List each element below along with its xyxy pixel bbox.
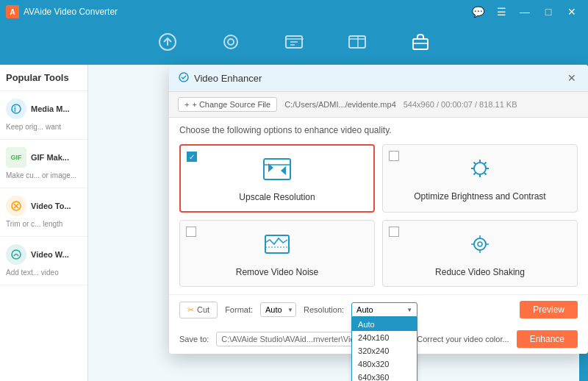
svg-rect-4 (349, 36, 365, 48)
option-brightness[interactable]: Optimize Brightness and Contrast (382, 144, 578, 213)
brightness-icon (465, 157, 495, 185)
add-source-icon: + (184, 100, 189, 109)
sidebar-item-header-media: i Media M... (6, 99, 82, 119)
sidebar-title: Popular Tools (0, 65, 87, 91)
upscale-label: Upscale Resolution (239, 192, 315, 202)
svg-line-22 (484, 173, 487, 175)
dropdown-item-4[interactable]: 640x360 (352, 371, 417, 381)
preview-button[interactable]: Preview (520, 301, 578, 318)
dropdown-item-1[interactable]: 240x160 (352, 331, 417, 344)
nav-toolbox[interactable] (411, 32, 430, 56)
chat-button[interactable]: 💬 (467, 1, 488, 22)
trim-label: Video To... (31, 202, 71, 210)
nav-gif[interactable] (284, 32, 304, 56)
app-title: AVAide Video Converter (24, 7, 118, 17)
brightness-checkbox[interactable] (389, 151, 399, 161)
watermark-label: Video W... (31, 250, 69, 259)
sidebar-item-header-trim: Video To... (6, 196, 82, 216)
nav-compressor[interactable] (221, 32, 240, 56)
source-bar: + + Change Source File C:/Users/ADMI.../… (169, 92, 588, 118)
svg-rect-14 (264, 159, 290, 179)
enhance-button[interactable]: Enhance (517, 330, 578, 348)
resolution-list[interactable]: Auto240x160320x240480x320640x360640x4807… (351, 317, 417, 381)
title-bar-controls: 💬 ☰ — □ ✕ (467, 1, 582, 22)
close-button[interactable]: ✕ (562, 1, 582, 22)
svg-point-28 (478, 242, 482, 246)
content-area: Popular Tools i Media M... Keep orig... … (0, 65, 588, 381)
sidebar-item-watermark[interactable]: Video W... Add text... video (0, 237, 87, 285)
nav-dvd[interactable] (348, 32, 367, 56)
shaking-label: Reduce Video Shaking (435, 267, 525, 277)
sidebar-item-videotrim[interactable]: Video To... Trim or c... length (0, 188, 87, 237)
option-shaking[interactable]: Reduce Video Shaking (382, 220, 578, 287)
brightness-label: Optimize Brightness and Contrast (414, 191, 545, 202)
svg-text:i: i (14, 105, 16, 113)
converter-icon (158, 32, 177, 56)
source-file-name: C:/Users/ADMI.../evidente.mp4 (284, 100, 396, 109)
noise-label: Remove Video Noise (236, 267, 319, 277)
modal-close-button[interactable]: ✕ (564, 71, 579, 85)
title-bar: A AVAide Video Converter 💬 ☰ — □ ✕ (0, 0, 588, 24)
video-enhancer-modal: Video Enhancer ✕ + + Change Source File … (169, 65, 588, 354)
modal-title: Video Enhancer (194, 73, 262, 84)
media-desc: Keep orig... want (6, 122, 82, 132)
cut-button[interactable]: ✂ Cut (179, 302, 218, 318)
gif-label: GIF Mak... (31, 153, 69, 162)
add-source-label: + Change Source File (192, 100, 270, 109)
upscale-checkbox[interactable]: ✓ (187, 152, 197, 162)
svg-rect-25 (265, 235, 289, 253)
sidebar-item-header-watermark: Video W... (6, 244, 82, 265)
color-correct-text: Correct your video color... (417, 335, 509, 343)
media-label: Media M... (31, 104, 70, 113)
add-source-button[interactable]: + + Change Source File (178, 97, 277, 112)
minimize-button[interactable]: — (514, 1, 535, 22)
gif-desc: Make cu... or image... (6, 171, 82, 180)
resolution-value: Auto (356, 305, 373, 314)
nav-bar (0, 24, 588, 65)
menu-button[interactable]: ☰ (491, 1, 512, 22)
sidebar-item-media[interactable]: i Media M... Keep orig... want (0, 91, 87, 140)
watermark-icon (6, 244, 26, 265)
gif-icon (284, 32, 304, 56)
svg-rect-7 (413, 39, 428, 49)
svg-point-27 (474, 238, 486, 250)
noise-checkbox[interactable] (186, 227, 196, 237)
save-label: Save to: (179, 335, 209, 343)
sidebar-item-gif[interactable]: GIF GIF Mak... Make cu... or image... (0, 140, 87, 188)
main-content: Video Enhancer ✕ + + Change Source File … (88, 65, 579, 381)
format-select[interactable]: Auto (260, 302, 296, 317)
svg-point-16 (474, 163, 486, 174)
svg-line-21 (474, 163, 476, 165)
resolution-dropdown-arrow: ▼ (406, 307, 412, 313)
shaking-icon (465, 232, 495, 261)
dropdown-item-2[interactable]: 320x240 (352, 344, 417, 357)
source-file-size: 544x960 / 00:00:07 / 818.11 KB (404, 100, 517, 109)
resolution-dropdown: Auto ▼ Auto240x160320x240480x320640x3606… (351, 302, 417, 317)
enhance-description: Choose the following options to enhance … (169, 118, 588, 140)
options-grid: ✓ Upscale Resolution (169, 140, 588, 294)
trim-desc: Trim or c... length (6, 219, 82, 229)
cut-label: Cut (197, 305, 209, 314)
nav-converter[interactable] (158, 32, 177, 56)
enhancer-icon (178, 71, 190, 85)
dropdown-item-3[interactable]: 480x320 (352, 357, 417, 371)
trim-icon (6, 196, 26, 216)
sidebar-item-header-gif: GIF GIF Mak... (6, 147, 82, 168)
compressor-icon (221, 32, 240, 56)
title-bar-left: A AVAide Video Converter (6, 5, 118, 18)
cut-icon: ✂ (187, 305, 194, 315)
svg-point-2 (228, 39, 234, 45)
resolution-label: Resolution: (304, 305, 344, 314)
svg-line-24 (474, 173, 476, 175)
shaking-checkbox[interactable] (389, 227, 399, 237)
watermark-desc: Add text... video (6, 268, 82, 277)
app-logo: A (6, 5, 19, 18)
format-select-wrapper: Auto (260, 302, 296, 317)
dropdown-item-0[interactable]: Auto (352, 318, 417, 331)
option-noise[interactable]: Remove Video Noise (179, 220, 375, 287)
restore-button[interactable]: □ (538, 1, 559, 22)
modal-header: Video Enhancer ✕ (169, 65, 588, 92)
option-upscale[interactable]: ✓ Upscale Resolution (179, 144, 375, 213)
svg-point-9 (12, 104, 21, 113)
modal-controls: ✂ Cut Format: Auto Resolution: Auto (169, 294, 588, 324)
